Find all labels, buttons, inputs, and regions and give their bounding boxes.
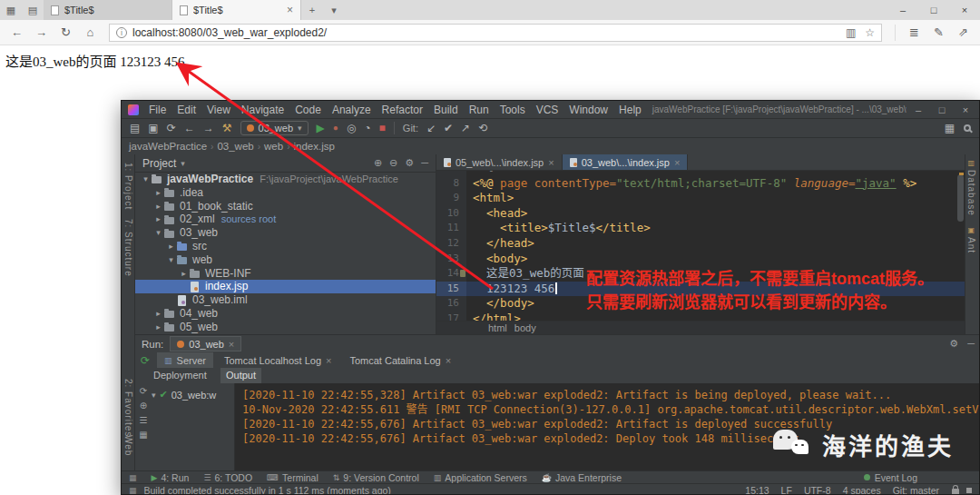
hide-panel-icon[interactable]: ─ <box>967 338 975 350</box>
tree-item-05_web[interactable]: ▸05_web <box>135 321 436 334</box>
scrollbar-thumb[interactable] <box>957 174 964 222</box>
annotate-pen-icon[interactable]: ✎ <box>927 25 950 39</box>
menu-build[interactable]: Build <box>428 104 464 116</box>
tree-item-src[interactable]: ▸src <box>135 240 436 253</box>
code-line[interactable]: 这是03_web的页面 <box>466 266 584 282</box>
code-line[interactable]: 123123 456 <box>466 282 557 297</box>
refresh-icon[interactable]: ⟳ <box>140 387 147 396</box>
deployment-tab[interactable]: Deployment <box>148 368 212 383</box>
tree-item-.idea[interactable]: ▸.idea <box>135 186 436 200</box>
collapse-arrow-icon[interactable]: ▾ <box>141 173 151 186</box>
breadcrumb-javaWebPractice[interactable]: javaWebPractice <box>129 141 207 152</box>
menu-refactor[interactable]: Refactor <box>377 104 428 116</box>
save-all-icon[interactable]: ▣ <box>148 123 158 134</box>
line-number[interactable]: 14 <box>436 266 466 282</box>
toolwindow-button-database[interactable]: Database <box>966 170 976 216</box>
forward-arrow-icon[interactable]: → <box>203 123 214 134</box>
run-tab-03web[interactable]: 03_web × <box>170 336 241 351</box>
menu-code[interactable]: Code <box>289 104 327 116</box>
menu-view[interactable]: View <box>201 104 236 116</box>
code-line[interactable]: <body> <box>466 252 527 267</box>
tab-close-icon[interactable]: × <box>229 339 234 350</box>
expand-arrow-icon[interactable]: ▸ <box>153 307 163 321</box>
tab-close-icon[interactable]: × <box>674 157 680 168</box>
project-view-dropdown-icon[interactable]: ▾ <box>181 159 185 168</box>
refresh-icon[interactable]: ↻ <box>54 25 77 39</box>
toolwindow-switcher-icon[interactable]: ▦ <box>129 473 137 482</box>
event-log-button[interactable]: Event Log <box>864 472 917 483</box>
lock-icon[interactable] <box>952 489 959 495</box>
back-icon[interactable]: ← <box>5 25 28 39</box>
editor-tab-05web[interactable]: 05_web\...\index.jsp × <box>436 154 563 170</box>
tree-item-04_web[interactable]: ▸04_web <box>135 307 436 321</box>
rerun-server-icon[interactable]: ⟳ <box>141 354 150 367</box>
collapse-arrow-icon[interactable]: ▾ <box>152 391 156 400</box>
collapse-all-icon[interactable]: ⊖ <box>389 157 397 169</box>
ide-maximize-button[interactable]: □ <box>930 104 954 115</box>
reading-view-icon[interactable]: ▥ <box>846 26 856 39</box>
window-maximize-button[interactable]: □ <box>918 0 949 20</box>
address-bar[interactable]: i localhost:8080/03_web_war_exploded2/ ▥… <box>109 24 882 42</box>
toolwindow-button-project[interactable]: 1: Project <box>123 163 133 210</box>
tomcat-localhost-log-tab[interactable]: Tomcat Localhost Log × <box>217 352 338 368</box>
hide-panel-icon[interactable]: ─ <box>421 157 428 169</box>
expand-arrow-icon[interactable]: ▸ <box>166 240 176 253</box>
toolwindow-button-vcs[interactable]: ⇅9: Version Control <box>333 472 419 483</box>
status-caret-position[interactable]: 15:13 <box>745 485 769 495</box>
menu-edit[interactable]: Edit <box>172 104 201 116</box>
tree-item-WEB-INF[interactable]: ▸WEB-INF <box>135 267 436 281</box>
breadcrumb-html[interactable]: html <box>488 322 507 333</box>
line-number[interactable]: 13 <box>436 252 466 267</box>
line-number[interactable]: 15 <box>436 282 466 297</box>
back-arrow-icon[interactable]: ← <box>184 123 195 134</box>
grid-icon[interactable]: ▦ <box>139 431 147 440</box>
run-config-select[interactable]: 03_web ▾ <box>240 121 309 135</box>
tree-item-03_web[interactable]: ▾03_web <box>135 226 436 240</box>
tool-grid-icon[interactable]: ▦ <box>945 123 955 134</box>
home-icon[interactable]: ⌂ <box>79 25 102 39</box>
tab-close-icon[interactable]: × <box>287 4 293 16</box>
hub-favorites-icon[interactable]: ≣ <box>903 25 926 39</box>
tree-item-index.jsp[interactable]: index.jsp <box>135 280 436 293</box>
site-info-icon[interactable]: i <box>116 27 127 38</box>
profiler-icon[interactable]: ◔ <box>364 123 370 134</box>
search-everywhere-icon[interactable] <box>964 123 971 134</box>
new-tab-button[interactable]: + <box>301 0 323 20</box>
toolwindow-button-ant[interactable]: Ant <box>966 237 976 253</box>
line-number[interactable]: 12 <box>436 236 466 252</box>
line-number[interactable]: 8 <box>436 176 466 192</box>
tree-item-02_xml[interactable]: ▸02_xmlsources root <box>135 213 436 226</box>
ide-minimize-button[interactable]: – <box>906 104 930 115</box>
window-minimize-button[interactable]: – <box>887 0 918 20</box>
code-line[interactable]: <head> <box>466 206 527 222</box>
expand-arrow-icon[interactable]: ▸ <box>153 213 163 226</box>
collapse-arrow-icon[interactable]: ▾ <box>166 253 176 267</box>
git-push-icon[interactable]: ↗ <box>461 123 470 134</box>
tab-list-dropdown-icon[interactable]: ▾ <box>323 0 345 20</box>
menu-icon[interactable]: ☰ <box>140 416 148 425</box>
breadcrumb-index.jsp[interactable]: index.jsp <box>294 141 335 152</box>
collapse-arrow-icon[interactable]: ▾ <box>153 226 163 240</box>
browser-tab-2[interactable]: $Title$ × <box>172 0 301 20</box>
run-icon[interactable]: ▶ <box>317 123 325 134</box>
editor-tab-03web[interactable]: 03_web\...\index.jsp × <box>563 154 689 170</box>
toolwindow-button-app-servers[interactable]: ▥Application Servers <box>434 472 527 483</box>
background-tasks-icon[interactable]: ▦ <box>129 486 137 495</box>
ide-close-button[interactable]: × <box>954 104 977 115</box>
code-line[interactable]: <html> <box>466 191 514 206</box>
tomcat-catalina-log-tab[interactable]: Tomcat Catalina Log × <box>342 352 458 368</box>
coverage-icon[interactable]: ◎ <box>347 123 356 134</box>
toolwindow-button-terminal[interactable]: ⌨Terminal <box>267 472 318 483</box>
ant-icon[interactable]: ▣ <box>967 226 975 234</box>
debug-icon[interactable]: ● <box>333 124 338 133</box>
code-line[interactable]: </body> <box>466 296 534 312</box>
locate-file-icon[interactable]: ⊕ <box>374 157 382 169</box>
browser-tab-1[interactable]: $Title$ <box>44 0 172 20</box>
status-encoding[interactable]: UTF-8 <box>804 485 831 495</box>
gear-icon[interactable]: ⚙ <box>949 338 958 350</box>
line-number[interactable]: 17 <box>436 312 466 321</box>
menu-run[interactable]: Run <box>464 104 495 116</box>
status-indent[interactable]: 4 spaces <box>843 485 881 495</box>
window-close-button[interactable]: × <box>949 0 980 20</box>
line-number[interactable]: 16 <box>436 296 466 312</box>
